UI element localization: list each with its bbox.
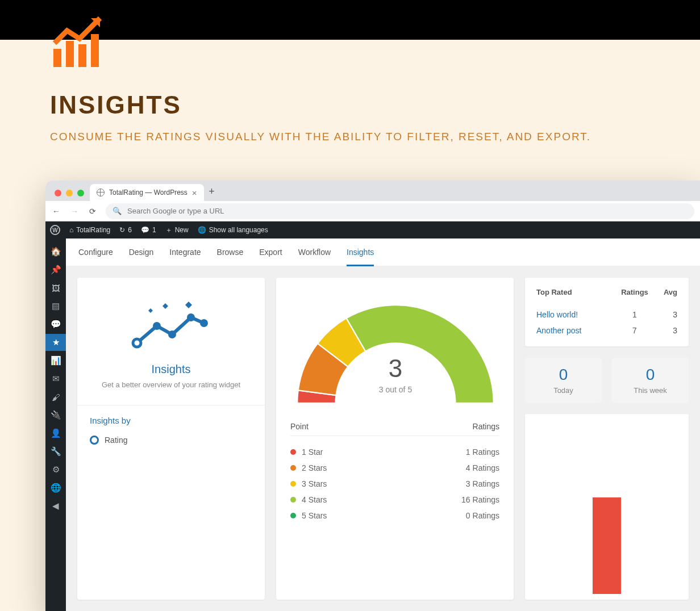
reload-button[interactable]: ⟳ — [88, 207, 98, 216]
star-ratings-count: 3 Ratings — [466, 479, 499, 488]
tab-design[interactable]: Design — [129, 248, 154, 266]
sidebar-item-totalrating[interactable]: ★ — [45, 334, 66, 351]
plus-icon: ＋ — [165, 225, 172, 235]
svg-rect-0 — [53, 49, 61, 67]
radio-icon — [90, 436, 99, 445]
sidebar-item-analytics[interactable]: 📊 — [45, 352, 66, 369]
svg-rect-2 — [78, 44, 86, 67]
star-label: 4 Stars — [302, 495, 327, 504]
svg-point-7 — [187, 313, 195, 321]
wp-new-label: New — [175, 226, 189, 234]
star-ratings-count: 16 Ratings — [461, 495, 499, 504]
star-color-dot — [290, 465, 296, 471]
wp-updates-count: 6 — [128, 226, 132, 234]
sidebar-item-collapse[interactable]: ◀ — [45, 497, 66, 514]
wp-languages-link[interactable]: 🌐 Show all languages — [198, 226, 268, 234]
period-bar-chart — [525, 414, 689, 600]
star-row: 2 Stars4 Ratings — [290, 460, 499, 476]
point-column-header: Point — [290, 422, 309, 431]
wp-updates-link[interactable]: ↻ 6 — [119, 226, 132, 234]
wp-comments-link[interactable]: 💬 1 — [141, 226, 156, 234]
forward-button[interactable]: → — [69, 207, 80, 216]
star-color-dot — [290, 481, 296, 487]
close-window-icon[interactable] — [55, 190, 61, 196]
sidebar-item-media[interactable]: 🖼 — [45, 279, 66, 296]
star-ratings-count: 0 Ratings — [466, 511, 499, 520]
stats-row: 0Today0This week — [525, 358, 689, 403]
address-bar-placeholder: Search Google or type a URL — [127, 207, 224, 215]
sidebar-item-tools[interactable]: 🔧 — [45, 443, 66, 460]
sidebar-item-appearance[interactable]: 🖌 — [45, 388, 66, 405]
tab-browse[interactable]: Browse — [217, 248, 244, 266]
star-row: 3 Stars3 Ratings — [290, 476, 499, 492]
tab-export[interactable]: Export — [259, 248, 282, 266]
insights-card-subtitle: Get a better overview of your rating wid… — [89, 380, 253, 389]
minimize-window-icon[interactable] — [66, 190, 73, 196]
star-label: 3 Stars — [302, 479, 327, 488]
globe-icon — [97, 189, 105, 196]
star-distribution-list: 1 Star1 Ratings2 Stars4 Ratings3 Stars3 … — [290, 436, 499, 524]
plugin-tabs: ConfigureDesignIntegrateBrowseExportWork… — [66, 238, 700, 266]
wp-comments-count: 1 — [152, 226, 156, 234]
gauge-card: 3 3 out of 5 Point Ratings 1 Star1 Ratin… — [276, 278, 514, 600]
sidebar-item-comments[interactable]: 💬 — [45, 316, 66, 333]
wp-site-link[interactable]: ⌂ TotalRating — [69, 226, 110, 234]
maximize-window-icon[interactable] — [77, 190, 84, 196]
sidebar-item-posts[interactable]: 📌 — [45, 261, 66, 278]
star-ratings-count: 4 Ratings — [466, 463, 499, 472]
sidebar-item-plugins[interactable]: 🔌 — [45, 407, 66, 424]
wp-logo-icon[interactable]: W — [50, 225, 60, 235]
top-rated-ratings: 7 — [615, 326, 655, 335]
top-rated-avg: 3 — [655, 310, 677, 319]
tab-workflow[interactable]: Workflow — [298, 248, 331, 266]
star-color-dot — [290, 449, 296, 455]
browser-tab[interactable]: TotalRating — WordPress × — [90, 184, 204, 201]
sidebar-item-users[interactable]: 👤 — [45, 425, 66, 442]
top-rated-avg: 3 — [655, 326, 677, 335]
star-row: 4 Stars16 Ratings — [290, 492, 499, 508]
insights-logo-icon — [50, 16, 110, 69]
gauge-subtext: 3 out of 5 — [290, 385, 501, 394]
gauge-chart: 3 3 out of 5 — [290, 295, 501, 408]
tab-insights[interactable]: Insights — [347, 248, 374, 266]
promo-title: INSIGHTS — [50, 91, 182, 119]
top-rated-row: Hello world!13 — [525, 307, 689, 323]
svg-rect-3 — [91, 34, 99, 67]
star-row: 1 Star1 Ratings — [290, 444, 499, 460]
star-row: 5 Stars0 Ratings — [290, 508, 499, 524]
gauge-value: 3 — [290, 354, 501, 383]
star-label: 5 Stars — [302, 511, 327, 520]
star-label: 1 Star — [302, 447, 323, 457]
top-rated-row: Another post73 — [525, 323, 689, 338]
tab-configure[interactable]: Configure — [78, 248, 113, 266]
wp-admin-bar: W ⌂ TotalRating ↻ 6 💬 1 ＋ New 🌐 Show all… — [45, 221, 700, 238]
sidebar-item-dashboard[interactable]: 🏠 — [45, 243, 66, 260]
insights-hero-icon — [131, 300, 211, 351]
wp-site-name: TotalRating — [76, 226, 110, 234]
stat-box: 0This week — [612, 358, 689, 403]
svg-point-8 — [200, 319, 208, 327]
stat-value: 0 — [530, 366, 597, 384]
promo-subtitle: CONSUME THE RATINGS VISUALLY WITH THE AB… — [50, 131, 591, 143]
top-rated-post-link[interactable]: Hello world! — [536, 310, 615, 319]
back-button[interactable]: ← — [51, 207, 61, 216]
browser-toolbar: ← → ⟳ 🔍 Search Google or type a URL — [45, 201, 700, 221]
sidebar-item-wpml[interactable]: 🌐 — [45, 479, 66, 496]
stat-label: Today — [530, 386, 597, 395]
sidebar-item-mail[interactable]: ✉ — [45, 370, 66, 387]
tab-integrate[interactable]: Integrate — [169, 248, 201, 266]
address-bar[interactable]: 🔍 Search Google or type a URL — [106, 203, 694, 219]
star-label: 2 Stars — [302, 463, 327, 472]
insights-card: Insights Get a better overview of your r… — [77, 278, 265, 600]
svg-point-5 — [153, 322, 161, 330]
wp-sidebar: 🏠 📌 🖼 ▤ 💬 ★ 📊 ✉ 🖌 🔌 👤 🔧 ⚙ 🌐 ◀ — [45, 238, 66, 611]
insights-by-rating-radio[interactable]: Rating — [90, 436, 252, 445]
top-rated-post-link[interactable]: Another post — [536, 326, 615, 335]
browser-tabstrip: TotalRating — WordPress × + — [45, 181, 700, 201]
new-tab-button[interactable]: + — [204, 186, 220, 201]
bar-segment — [593, 497, 621, 594]
close-tab-icon[interactable]: × — [192, 188, 197, 198]
sidebar-item-pages[interactable]: ▤ — [45, 298, 66, 315]
wp-new-link[interactable]: ＋ New — [165, 225, 189, 235]
sidebar-item-settings[interactable]: ⚙ — [45, 461, 66, 478]
